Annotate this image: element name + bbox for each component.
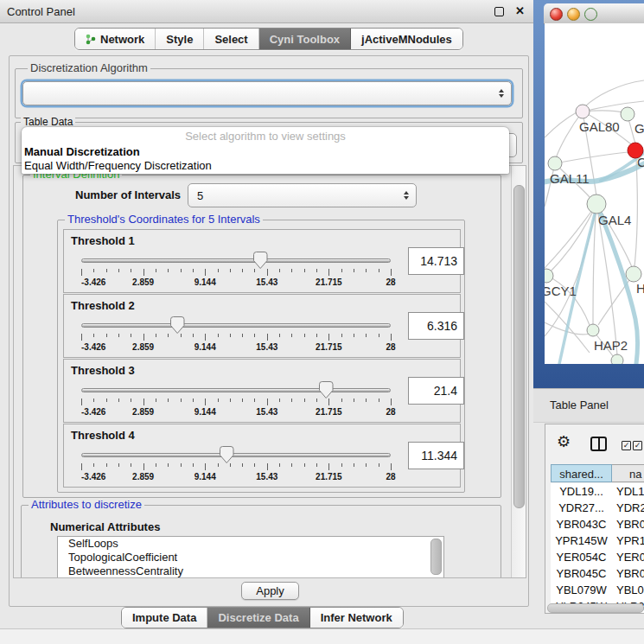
table-cell[interactable]: YBL079W [551,582,612,598]
column-header-name[interactable]: na [612,464,644,482]
table-cell[interactable]: YER0 [612,549,644,565]
network-node-hap2[interactable] [587,324,599,336]
network-canvas[interactable]: GAL80GCGAL11GAL4GCY1HHAP2 [545,23,644,364]
network-node-g[interactable] [621,107,634,121]
close-traffic-light-icon[interactable] [550,8,563,21]
close-icon[interactable]: ✕ [515,4,525,17]
slider-thumb[interactable] [319,381,334,399]
network-window-titlebar [544,3,644,24]
slider-thumb[interactable] [220,446,234,464]
tab-jactivemnodules[interactable]: jActiveMNodules [351,29,462,49]
table-panel-header: Table Panel [533,388,644,423]
table-data-group-title: Table Data [21,116,75,128]
threshold-value-input[interactable]: 11.344 [408,442,464,469]
table-cell[interactable]: YDL19... [551,483,612,500]
attribute-item-selfloops[interactable]: SelfLoops [58,537,443,551]
tab-style[interactable]: Style [156,29,204,49]
dropdown-option-manual-discretization[interactable]: Manual Discretization [22,145,509,159]
table-row[interactable]: YBR043CYBR0 [551,516,644,532]
slider-ticks [81,269,391,277]
node-label: GAL11 [550,171,590,186]
num-intervals-value: 5 [197,189,203,202]
thresholds-group: Threshold's Coordinates for 5 Intervals … [57,220,465,493]
node-label: C [637,155,644,169]
network-node[interactable] [611,354,623,364]
network-node-h[interactable] [626,266,641,282]
zoom-traffic-light-icon[interactable] [584,8,597,21]
table-cell[interactable]: YBL0 [612,582,644,598]
algorithm-combobox[interactable] [22,81,512,105]
slider-ticks [81,399,391,406]
bottom-tab-infer-network[interactable]: Infer Network [310,608,403,628]
slider-track[interactable] [81,258,391,263]
bottom-tab-impute-data[interactable]: Impute Data [122,608,207,628]
table-hscrollbar-thumb[interactable] [547,603,644,613]
table-row[interactable]: YDR27...YDR2 [551,500,644,516]
table-row[interactable]: YDL19...YDL1 [551,483,644,500]
table-cell[interactable]: YBR043C [551,516,612,532]
threshold-panel-2: Threshold 2-3.4262.8599.14415.4321.71528… [63,294,461,358]
table-cell[interactable]: YDR2 [612,500,644,516]
node-attribute-table: shared... na YDL19...YDL1YDR27...YDR2YBR… [551,464,644,613]
slider-thumb[interactable] [170,316,185,335]
bottom-tab-discretize-data[interactable]: Discretize Data [207,608,309,628]
checkbox-icon[interactable]: ✓ [622,441,631,450]
slider-track[interactable] [81,453,391,457]
apply-button[interactable]: Apply [241,582,299,600]
table-cell[interactable]: YDR27... [551,500,612,516]
split-columns-icon[interactable] [590,437,607,451]
network-node-gal80[interactable] [576,105,590,118]
table-row[interactable]: YBR045CYBR0 [551,565,644,582]
node-label: GAL4 [598,213,631,227]
table-cell[interactable]: YDL1 [612,483,644,500]
network-icon [86,33,96,45]
float-window-icon[interactable] [494,7,504,16]
table-cell[interactable]: YBR0 [612,516,644,532]
gear-icon[interactable]: ⚙ [557,434,571,450]
table-row[interactable]: YER054CYER0 [551,549,644,565]
attribute-item-topologicalcoefficient[interactable]: TopologicalCoefficient [58,551,443,564]
threshold-panel-4: Threshold 4-3.4262.8599.14415.4321.71528… [63,424,461,488]
threshold-value-input[interactable]: 21.4 [408,377,464,405]
num-intervals-combobox[interactable]: 5 [188,183,417,207]
attribute-item-betweennesscentrality[interactable]: BetweennessCentrality [58,564,443,578]
dropdown-placeholder: Select algorithm to view settings [22,127,509,145]
network-node-gal11[interactable] [548,156,562,170]
numerical-attributes-label: Numerical Attributes [50,520,160,533]
tab-cyni-toolbox[interactable]: Cyni Toolbox [259,29,351,49]
table-row[interactable]: YPR145WYPR1 [551,532,644,549]
column-header-shared[interactable]: shared... [551,464,612,482]
thresholds-group-title: Threshold's Coordinates for 5 Intervals [65,214,263,226]
table-cell[interactable]: YPR1 [612,532,644,549]
table-cell[interactable]: YPR145W [551,532,612,549]
dropdown-option-equal-width-frequency-discretization[interactable]: Equal Width/Frequency Discretization [22,159,509,173]
network-node-gcy1[interactable] [545,269,553,283]
num-intervals-label: Number of Intervals [75,188,181,201]
threshold-value-input[interactable]: 6.316 [408,312,464,340]
table-cell[interactable]: YBR045C [551,565,612,582]
checkbox-icon[interactable]: ✓ [633,441,642,450]
slider-ticks [81,463,391,471]
combo-arrows-icon [499,89,504,98]
threshold-value-input[interactable]: 14.713 [408,247,464,275]
numerical-attributes-list[interactable]: SelfLoopsTopologicalCoefficientBetweenne… [57,536,444,578]
slider-scale-labels: -3.4262.8599.14415.4321.71528 [81,342,391,353]
panel-scrollbar-thumb[interactable] [513,185,525,508]
network-window: GAL80GCGAL11GAL4GCY1HHAP2 [533,0,644,388]
list-scrollbar-thumb[interactable] [430,539,442,575]
tab-select[interactable]: Select [204,29,258,49]
slider-track[interactable] [81,388,391,392]
node-label: H [636,281,644,296]
network-node-gal4[interactable] [587,194,606,214]
top-tab-bar: NetworkStyleSelectCyni ToolboxjActiveMNo… [74,28,463,50]
threshold-panel-1: Threshold 1-3.4262.8599.14415.4321.71528… [63,229,461,293]
table-row[interactable]: YBL079WYBL0 [551,582,644,598]
minimize-traffic-light-icon[interactable] [567,8,580,21]
panel-scrollbar[interactable] [511,166,526,577]
slider-track[interactable] [81,323,391,328]
slider-thumb[interactable] [253,252,268,270]
tab-label: Infer Network [321,611,392,624]
table-cell[interactable]: YBR0 [612,565,644,582]
table-cell[interactable]: YER054C [551,549,612,565]
tab-network[interactable]: Network [75,29,156,49]
